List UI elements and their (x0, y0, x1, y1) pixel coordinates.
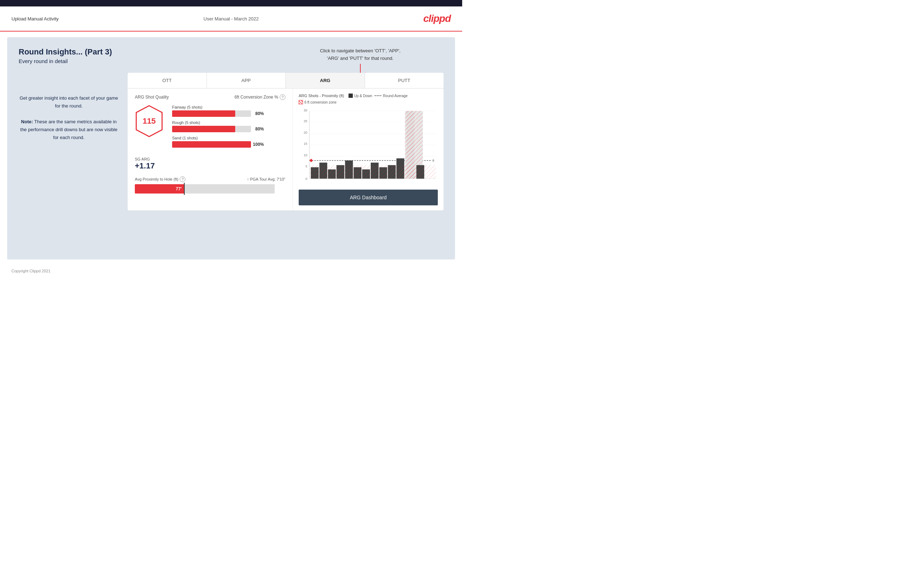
conversion-label: 6ft Conversion Zone % ? (234, 94, 286, 100)
bar-pct-rough: 80% (255, 127, 264, 132)
bar-label-fairway: Fairway (5 shots) (172, 105, 286, 109)
content-layout: Get greater insight into each facet of y… (19, 73, 444, 210)
insight-text: Get greater insight into each facet of y… (19, 94, 119, 142)
footer: Copyright Clippd 2021 (0, 265, 462, 277)
hex-number: 115 (143, 116, 156, 126)
svg-text:8: 8 (433, 159, 434, 162)
svg-text:10: 10 (304, 153, 307, 157)
shot-quality-label: ARG Shot Quality (135, 95, 169, 100)
sg-label: SG ARG (135, 157, 286, 161)
svg-text:30: 30 (304, 109, 307, 112)
copyright-text: Copyright Clippd 2021 (11, 269, 50, 273)
legend-square-icon (349, 93, 353, 98)
svg-text:25: 25 (304, 119, 307, 123)
shot-bars: Fairway (5 shots) 80% Rough (5 shots) (172, 105, 286, 151)
proximity-help-icon[interactable]: ? (179, 176, 186, 182)
document-title: User Manual - March 2022 (204, 16, 259, 21)
chart-header-row: ARG Shots - Proximity (ft) Up & Down Rou… (299, 93, 438, 104)
help-icon[interactable]: ? (279, 94, 286, 100)
left-data-col: ARG Shot Quality 6ft Conversion Zone % ? (128, 89, 293, 210)
chart-area: 0 5 10 15 (299, 107, 438, 186)
section-header: ARG Shot Quality 6ft Conversion Zone % ? (135, 94, 286, 100)
legend-hatch-icon (299, 100, 303, 104)
proximity-label: Avg Proximity to Hole (ft) (135, 177, 178, 181)
tab-bar: OTT APP ARG PUTT (128, 73, 444, 89)
bar-pct-sand: 100% (253, 142, 264, 147)
bar-sand: Sand (1 shots) 100% (172, 136, 286, 148)
proximity-value: 77' (176, 186, 181, 191)
bar-rough: Rough (5 shots) 80% (172, 121, 286, 132)
upload-manual-label: Upload Manual Activity (11, 16, 59, 21)
bar-label-rough: Rough (5 shots) (172, 121, 286, 125)
panel-body: ARG Shot Quality 6ft Conversion Zone % ? (128, 89, 444, 210)
chart-title: ARG Shots - Proximity (ft) (299, 93, 344, 98)
bar-pct-fairway: 80% (255, 111, 264, 116)
legend-dashed-icon (374, 95, 381, 96)
main-content: Round Insights... (Part 3) Every round i… (7, 37, 455, 259)
right-panel: OTT APP ARG PUTT ARG Shot Quality 6ft Co… (128, 73, 444, 210)
proximity-section: Avg Proximity to Hole (ft) ? ↑ PGA Tour … (135, 176, 286, 193)
sg-value: +1.17 (135, 161, 286, 171)
bar-fill-rough (172, 126, 235, 132)
svg-text:5: 5 (305, 164, 307, 168)
proximity-header: Avg Proximity to Hole (ft) ? ↑ PGA Tour … (135, 176, 286, 182)
annotation-text: Click to navigate between 'OTT', 'APP','… (320, 47, 401, 62)
note-label: Note: (21, 119, 33, 124)
bar-fill-sand (172, 141, 251, 148)
bar-fill-fairway (172, 110, 235, 117)
sg-area: SG ARG +1.17 (135, 157, 286, 171)
legend-6ft: 6 ft conversion zone (299, 100, 337, 104)
top-bar (0, 0, 462, 6)
bar-fairway: Fairway (5 shots) 80% (172, 105, 286, 117)
hex-badge: 115 (135, 105, 163, 137)
logo: clippd (423, 13, 451, 24)
proximity-cursor (184, 183, 185, 195)
legend-round-avg: Round Average (374, 94, 408, 98)
tab-arg[interactable]: ARG (286, 73, 365, 88)
hex-and-bars: 115 Fairway (5 shots) 80% (135, 105, 286, 151)
tab-ott[interactable]: OTT (128, 73, 207, 88)
pga-tour-avg: ↑ PGA Tour Avg: 7'10" (247, 177, 286, 181)
svg-text:20: 20 (304, 131, 307, 134)
header: Upload Manual Activity User Manual - Mar… (0, 6, 462, 32)
legend-up-down: Up & Down (349, 93, 373, 98)
tab-app[interactable]: APP (207, 73, 286, 88)
right-chart-col: ARG Shots - Proximity (ft) Up & Down Rou… (293, 89, 444, 210)
conversion-zone (309, 165, 436, 179)
chart-svg: 0 5 10 15 (299, 107, 438, 186)
arg-dashboard-button[interactable]: ARG Dashboard (299, 190, 438, 205)
proximity-bar-fill: 77' (135, 184, 184, 193)
proximity-bar-track: 77' (135, 184, 275, 193)
tab-putt[interactable]: PUTT (365, 73, 444, 88)
svg-marker-21 (309, 159, 313, 162)
svg-text:15: 15 (304, 142, 307, 145)
left-panel: Get greater insight into each facet of y… (19, 73, 119, 210)
bar-label-sand: Sand (1 shots) (172, 136, 286, 140)
svg-text:0: 0 (305, 177, 307, 181)
